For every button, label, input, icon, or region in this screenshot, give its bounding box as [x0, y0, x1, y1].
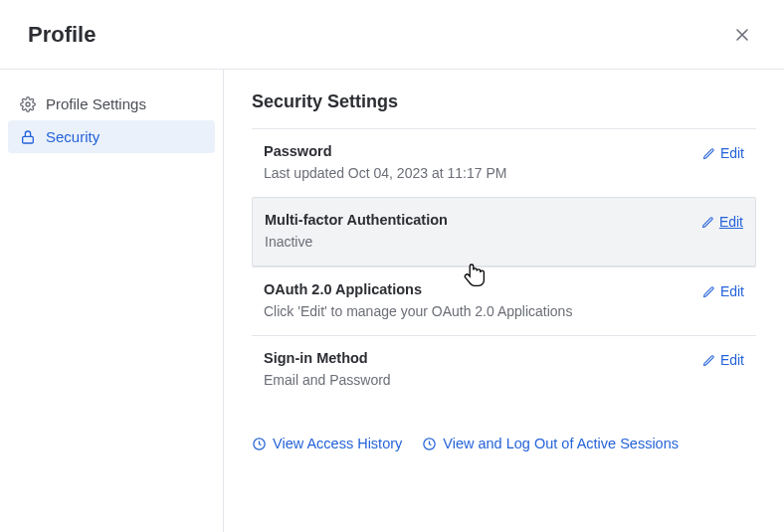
- row-left: OAuth 2.0 Applications Click 'Edit' to m…: [264, 281, 572, 319]
- lock-icon: [20, 129, 36, 145]
- footer-link-label: View Access History: [273, 436, 402, 451]
- sidebar-item-label: Profile Settings: [46, 95, 146, 112]
- sidebar-item-label: Security: [46, 128, 99, 145]
- footer-link-label: View and Log Out of Active Sessions: [443, 436, 679, 451]
- svg-point-0: [26, 102, 30, 106]
- view-access-history-link[interactable]: View Access History: [252, 436, 402, 451]
- row-subtitle: Click 'Edit' to manage your OAuth 2.0 Ap…: [264, 303, 572, 319]
- row-title: Multi-factor Authentication: [265, 212, 448, 228]
- row-left: Multi-factor Authentication Inactive: [265, 212, 448, 250]
- row-subtitle: Inactive: [265, 234, 448, 250]
- main-panel: Security Settings Password Last updated …: [224, 70, 784, 532]
- edit-oauth-link[interactable]: Edit: [702, 283, 744, 299]
- clock-arrow-icon: [422, 437, 437, 451]
- edit-signin-link[interactable]: Edit: [702, 352, 744, 368]
- clock-arrow-icon: [252, 437, 267, 451]
- row-oauth: OAuth 2.0 Applications Click 'Edit' to m…: [252, 266, 756, 335]
- gear-icon: [20, 96, 36, 112]
- row-subtitle: Email and Password: [264, 372, 391, 388]
- row-left: Password Last updated Oct 04, 2023 at 11…: [264, 143, 506, 181]
- row-password: Password Last updated Oct 04, 2023 at 11…: [252, 128, 756, 197]
- row-title: Sign-in Method: [264, 350, 391, 366]
- dialog-header: Profile: [0, 0, 784, 70]
- row-subtitle: Last updated Oct 04, 2023 at 11:17 PM: [264, 165, 506, 181]
- section-title: Security Settings: [252, 91, 756, 112]
- pencil-icon: [702, 285, 715, 298]
- row-title: Password: [264, 143, 506, 159]
- edit-label: Edit: [720, 145, 744, 161]
- edit-mfa-link[interactable]: Edit: [701, 214, 743, 230]
- view-active-sessions-link[interactable]: View and Log Out of Active Sessions: [422, 436, 679, 451]
- edit-label: Edit: [719, 214, 743, 230]
- dialog-body: Profile Settings Security Security Setti…: [0, 70, 784, 532]
- row-mfa: Multi-factor Authentication Inactive Edi…: [252, 197, 756, 266]
- sidebar: Profile Settings Security: [0, 70, 224, 532]
- edit-password-link[interactable]: Edit: [702, 145, 744, 161]
- sidebar-item-security[interactable]: Security: [8, 120, 215, 153]
- row-signin-method: Sign-in Method Email and Password Edit: [252, 335, 756, 404]
- pencil-icon: [701, 216, 714, 229]
- edit-label: Edit: [720, 352, 744, 368]
- pencil-icon: [702, 147, 715, 160]
- pencil-icon: [702, 354, 715, 367]
- row-left: Sign-in Method Email and Password: [264, 350, 391, 388]
- footer-links: View Access History View and Log Out of …: [252, 404, 756, 469]
- sidebar-item-profile-settings[interactable]: Profile Settings: [8, 88, 215, 120]
- close-button[interactable]: [728, 21, 756, 49]
- row-title: OAuth 2.0 Applications: [264, 281, 572, 297]
- page-title: Profile: [28, 22, 96, 48]
- edit-label: Edit: [720, 283, 744, 299]
- svg-rect-1: [23, 136, 34, 143]
- close-icon: [734, 27, 750, 43]
